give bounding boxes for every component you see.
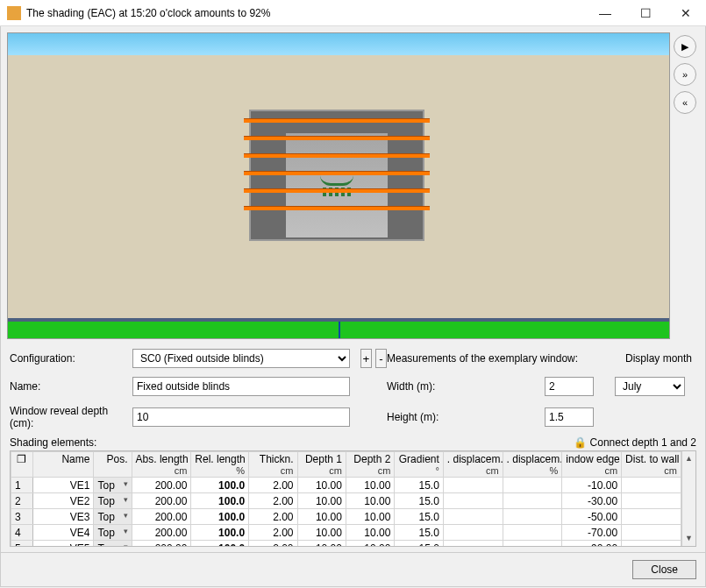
column-header[interactable]: Pos. bbox=[94, 452, 132, 478]
column-header[interactable]: . displacem.cm bbox=[443, 452, 503, 478]
minimize-button[interactable]: — bbox=[585, 0, 625, 26]
height-input[interactable] bbox=[545, 407, 594, 427]
table-cell[interactable]: 200.00 bbox=[132, 478, 191, 493]
table-cell[interactable]: 15.0 bbox=[395, 525, 443, 541]
table-cell[interactable] bbox=[503, 493, 562, 509]
table-cell[interactable]: 10.00 bbox=[346, 478, 394, 493]
column-header[interactable]: Thickn.cm bbox=[249, 452, 297, 478]
table-cell[interactable]: VE5 bbox=[32, 541, 94, 548]
timeline-marker[interactable] bbox=[339, 322, 340, 339]
table-row[interactable]: 4VE4Top200.00100.02.0010.0010.0015.0-70.… bbox=[11, 525, 681, 541]
table-cell[interactable]: 10.00 bbox=[346, 493, 394, 509]
table-cell[interactable]: 10.00 bbox=[297, 525, 346, 541]
table-cell[interactable] bbox=[622, 525, 681, 541]
configuration-select[interactable]: SC0 (Fixed outside blinds) bbox=[132, 349, 350, 368]
table-cell[interactable]: 100.0 bbox=[191, 541, 249, 548]
table-row[interactable]: 3VE3Top200.00100.02.0010.0010.0015.0-50.… bbox=[11, 509, 681, 525]
table-cell[interactable]: 200.00 bbox=[132, 509, 191, 525]
width-input[interactable] bbox=[545, 377, 594, 396]
table-cell[interactable] bbox=[443, 541, 503, 548]
table-cell[interactable] bbox=[443, 509, 503, 525]
table-cell[interactable]: 10.00 bbox=[297, 493, 346, 509]
column-header[interactable]: Gradient° bbox=[395, 452, 443, 478]
table-cell[interactable]: 15.0 bbox=[395, 478, 443, 493]
table-cell[interactable] bbox=[443, 525, 503, 541]
table-cell[interactable] bbox=[443, 493, 503, 509]
table-cell[interactable]: VE4 bbox=[32, 525, 94, 541]
table-cell[interactable]: Top bbox=[94, 509, 132, 525]
reveal-depth-input[interactable] bbox=[132, 407, 350, 427]
column-header[interactable]: Rel. length% bbox=[191, 452, 249, 478]
table-cell[interactable]: VE1 bbox=[32, 478, 94, 493]
table-cell[interactable]: 200.00 bbox=[132, 493, 191, 509]
column-header[interactable]: . displacem.% bbox=[503, 452, 562, 478]
table-cell[interactable] bbox=[622, 541, 681, 548]
table-row[interactable]: 1VE1Top200.00100.02.0010.0010.0015.0-10.… bbox=[11, 478, 681, 493]
table-cell[interactable]: 10.00 bbox=[297, 541, 346, 548]
fast-forward-button[interactable]: » bbox=[674, 63, 696, 86]
table-cell[interactable]: 100.0 bbox=[191, 478, 249, 493]
table-cell[interactable] bbox=[503, 541, 562, 548]
table-cell[interactable]: Top bbox=[94, 478, 132, 493]
play-button[interactable]: ▶ bbox=[674, 35, 696, 58]
table-cell[interactable]: 2.00 bbox=[249, 509, 297, 525]
table-cell[interactable]: VE2 bbox=[32, 493, 94, 509]
table-cell[interactable]: VE3 bbox=[32, 509, 94, 525]
table-cell[interactable]: 4 bbox=[11, 525, 33, 541]
table-cell[interactable] bbox=[622, 478, 681, 493]
table-cell[interactable]: 100.0 bbox=[191, 493, 249, 509]
table-row[interactable]: 2VE2Top200.00100.02.0010.0010.0015.0-30.… bbox=[11, 493, 681, 509]
table-cell[interactable]: Top bbox=[94, 493, 132, 509]
table-cell[interactable]: 5 bbox=[11, 541, 33, 548]
shading-elements-table[interactable]: ❐NamePos.Abs. lengthcmRel. length%Thickn… bbox=[10, 450, 696, 547]
rewind-button[interactable]: « bbox=[674, 91, 696, 114]
timeline-bar[interactable] bbox=[8, 322, 669, 339]
table-cell[interactable]: 3 bbox=[11, 509, 33, 525]
table-cell[interactable]: 15.0 bbox=[395, 509, 443, 525]
column-header[interactable]: Depth 2cm bbox=[346, 452, 394, 478]
name-input[interactable] bbox=[132, 377, 350, 396]
table-cell[interactable]: -10.00 bbox=[562, 478, 622, 493]
table-cell[interactable]: 200.00 bbox=[132, 525, 191, 541]
scroll-up-button[interactable]: ▲ bbox=[682, 451, 695, 466]
scroll-down-button[interactable]: ▼ bbox=[682, 531, 695, 546]
table-cell[interactable]: 1 bbox=[11, 478, 33, 493]
table-cell[interactable] bbox=[503, 478, 562, 493]
table-cell[interactable]: -50.00 bbox=[562, 509, 622, 525]
table-cell[interactable]: -30.00 bbox=[562, 493, 622, 509]
table-cell[interactable]: 10.00 bbox=[297, 509, 346, 525]
column-header[interactable]: Depth 1cm bbox=[297, 452, 346, 478]
maximize-button[interactable]: ☐ bbox=[625, 0, 666, 26]
table-cell[interactable]: 15.0 bbox=[395, 541, 443, 548]
table-cell[interactable]: 2.00 bbox=[249, 525, 297, 541]
table-cell[interactable] bbox=[503, 509, 562, 525]
table-cell[interactable] bbox=[443, 478, 503, 493]
table-cell[interactable]: 2.00 bbox=[249, 478, 297, 493]
column-header[interactable]: indow edgecm bbox=[562, 452, 622, 478]
column-header[interactable]: Dist. to wallcm bbox=[622, 452, 681, 478]
table-cell[interactable]: Top bbox=[94, 541, 132, 548]
table-cell[interactable]: 2.00 bbox=[249, 493, 297, 509]
close-window-button[interactable]: ✕ bbox=[666, 0, 706, 26]
connect-depth-toggle[interactable]: Connect depth 1 and 2 bbox=[590, 436, 696, 449]
table-cell[interactable]: 10.00 bbox=[346, 509, 394, 525]
table-cell[interactable] bbox=[622, 509, 681, 525]
table-cell[interactable]: 2.00 bbox=[249, 541, 297, 548]
column-header[interactable]: ❐ bbox=[11, 452, 33, 478]
table-scrollbar[interactable]: ▲ ▼ bbox=[681, 451, 695, 546]
table-cell[interactable]: 15.0 bbox=[395, 493, 443, 509]
table-cell[interactable]: 10.00 bbox=[346, 541, 394, 548]
table-cell[interactable]: -90.00 bbox=[562, 541, 622, 548]
table-cell[interactable]: 2 bbox=[11, 493, 33, 509]
column-header[interactable]: Name bbox=[32, 452, 94, 478]
table-cell[interactable]: 10.00 bbox=[297, 478, 346, 493]
table-cell[interactable]: 100.0 bbox=[191, 525, 249, 541]
month-select[interactable]: July bbox=[615, 377, 685, 396]
table-cell[interactable] bbox=[622, 493, 681, 509]
remove-config-button[interactable]: - bbox=[375, 349, 387, 368]
shading-3d-viewport[interactable] bbox=[7, 32, 670, 339]
table-cell[interactable]: Top bbox=[94, 525, 132, 541]
close-button[interactable]: Close bbox=[632, 560, 696, 579]
column-header[interactable]: Abs. lengthcm bbox=[132, 452, 191, 478]
table-cell[interactable]: -70.00 bbox=[562, 525, 622, 541]
